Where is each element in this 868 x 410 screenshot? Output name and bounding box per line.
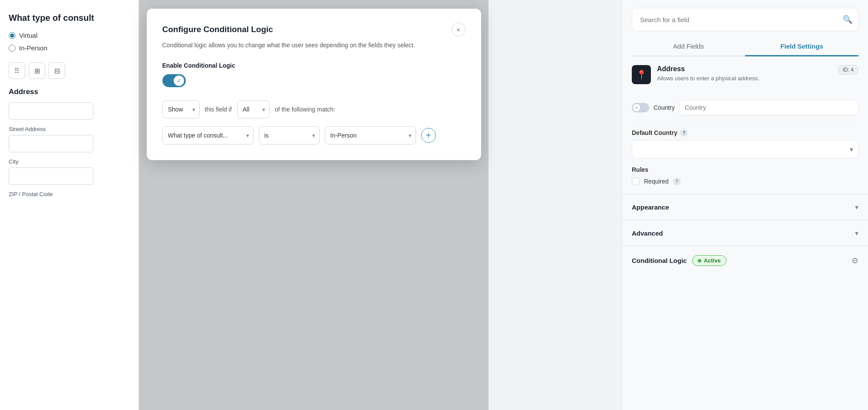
condition-row: Show Hide ▾ this field if All Any ▾ of t… <box>162 100 465 118</box>
value-select-wrap: In-Person Virtual ▾ <box>325 126 416 144</box>
address-card-desc: Allows users to enter a physical address… <box>657 75 832 82</box>
search-icon: 🔍 <box>843 15 852 24</box>
of-following-text: of the following match: <box>275 106 335 113</box>
country-input[interactable] <box>679 100 858 115</box>
appearance-section: Appearance ▾ <box>622 194 868 220</box>
address-card: 📍 Address Allows users to enter a physic… <box>632 65 858 84</box>
settings-button[interactable]: ⊟ <box>49 62 65 79</box>
required-checkbox[interactable] <box>632 177 640 185</box>
all-select-wrap: All Any ▾ <box>237 100 270 118</box>
active-label: Active <box>704 257 721 264</box>
condition-field-row: What type of consult... ▾ is is not ▾ In… <box>162 126 465 144</box>
value-select[interactable]: In-Person Virtual <box>325 126 416 144</box>
this-field-if-text: this field if <box>205 106 232 113</box>
gear-icon[interactable]: ⚙ <box>851 256 858 266</box>
field-section: Address Street Address City ZIP / Postal… <box>9 88 130 197</box>
operator-select[interactable]: is is not <box>259 126 320 144</box>
city-label: City <box>9 158 130 165</box>
active-badge: Active <box>692 255 726 266</box>
search-input[interactable] <box>632 8 858 31</box>
radio-in-person[interactable]: In-Person <box>9 44 130 52</box>
left-panel: What type of consult Virtual In-Person ⠿… <box>0 0 139 410</box>
tab-field-settings[interactable]: Field Settings <box>745 37 858 56</box>
zip-input <box>9 167 93 185</box>
default-country-select-wrap: ▾ <box>632 140 858 158</box>
conditional-logic-row: Conditional Logic Active ⚙ <box>622 246 868 275</box>
appearance-header[interactable]: Appearance ▾ <box>632 203 858 211</box>
default-country-help-icon[interactable]: ? <box>680 129 688 137</box>
address-icon: 📍 <box>632 65 651 84</box>
toolbar: ⠿ ⊞ ⊟ <box>9 62 130 79</box>
zip-label: ZIP / Postal Code <box>9 191 130 197</box>
show-select-wrap: Show Hide ▾ <box>162 100 200 118</box>
advanced-section: Advanced ▾ <box>622 220 868 246</box>
cond-logic-left: Conditional Logic Active <box>632 255 726 266</box>
default-country-select[interactable] <box>632 140 858 158</box>
modal-header: Configure Conditional Logic × <box>162 23 465 36</box>
appearance-chevron: ▾ <box>855 203 858 211</box>
country-label: Country <box>653 104 675 111</box>
show-select[interactable]: Show Hide <box>162 100 200 118</box>
toggle-wrap: ✓ <box>162 74 465 87</box>
grid-icon-button[interactable]: ⠿ <box>9 62 25 79</box>
toggle-x-icon: × <box>633 104 640 111</box>
rules-label: Rules <box>632 166 858 173</box>
required-help-icon[interactable]: ? <box>673 177 681 185</box>
toggle-knob: ✓ <box>174 75 184 86</box>
advanced-title: Advanced <box>632 230 663 237</box>
id-badge: ID: 4 <box>838 65 858 75</box>
search-bar: 🔍 <box>632 8 858 31</box>
modal-title: Configure Conditional Logic <box>162 25 273 34</box>
all-select[interactable]: All Any <box>237 100 270 118</box>
condition-field-select[interactable]: What type of consult... <box>162 126 254 144</box>
required-row: Required ? <box>632 177 858 185</box>
active-dot <box>698 259 701 262</box>
field-select-wrap: What type of consult... ▾ <box>162 126 254 144</box>
modal-description: Conditional logic allows you to change w… <box>162 41 465 50</box>
appearance-title: Appearance <box>632 203 669 211</box>
page-title: What type of consult <box>9 13 130 23</box>
street-address-input <box>9 102 93 120</box>
cond-logic-label: Conditional Logic <box>632 257 687 264</box>
modal: Configure Conditional Logic × Conditiona… <box>147 9 481 160</box>
field-settings-content: 📍 Address Allows users to enter a physic… <box>622 56 868 194</box>
radio-virtual[interactable]: Virtual <box>9 32 130 39</box>
tab-add-fields[interactable]: Add Fields <box>632 37 745 56</box>
modal-overlay: Configure Conditional Logic × Conditiona… <box>139 0 488 410</box>
country-toggle[interactable]: × <box>632 103 649 112</box>
country-row: × Country <box>632 94 858 122</box>
field-section-title: Address <box>9 88 130 96</box>
required-label: Required <box>644 178 669 185</box>
city-input <box>9 135 93 152</box>
add-condition-button[interactable]: + <box>421 128 436 143</box>
modal-close-button[interactable]: × <box>452 23 465 36</box>
advanced-chevron: ▾ <box>855 229 858 237</box>
address-card-title: Address <box>657 65 832 73</box>
address-info: Address Allows users to enter a physical… <box>657 65 832 82</box>
operator-select-wrap: is is not ▾ <box>259 126 320 144</box>
tabs: Add Fields Field Settings <box>632 37 858 56</box>
street-address-label: Street Address <box>9 126 130 132</box>
default-country-label: Default Country ? <box>632 129 858 137</box>
advanced-header[interactable]: Advanced ▾ <box>632 229 858 237</box>
enable-toggle[interactable]: ✓ <box>162 74 186 87</box>
right-panel: 🔍 Add Fields Field Settings 📍 Address Al… <box>622 0 868 410</box>
radio-group: Virtual In-Person <box>9 32 130 52</box>
add-element-button[interactable]: ⊞ <box>29 62 45 79</box>
enable-logic-label: Enable Conditional Logic <box>162 62 465 69</box>
